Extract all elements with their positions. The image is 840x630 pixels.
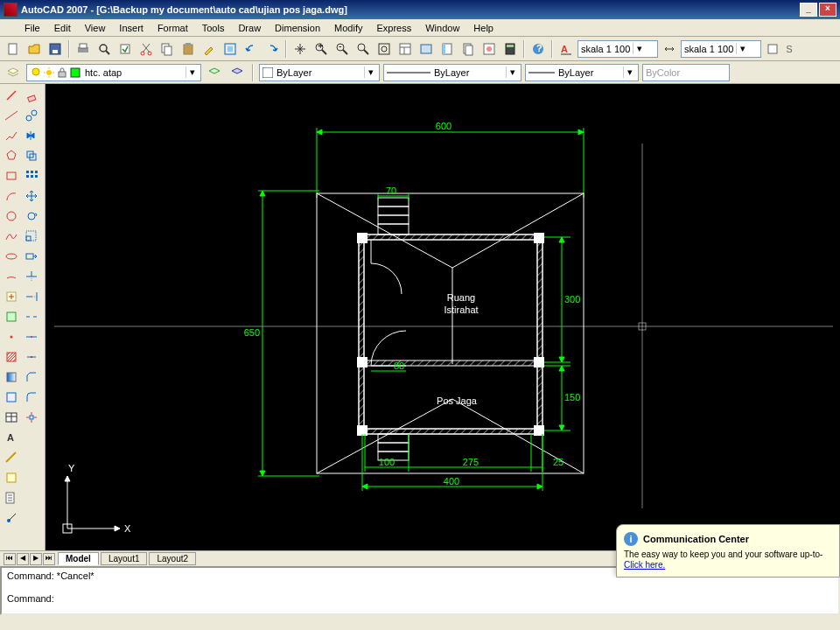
trim-tool[interactable] <box>22 267 41 286</box>
point-tool[interactable] <box>2 327 21 346</box>
mirror-tool[interactable] <box>22 126 41 145</box>
zoom-window-button[interactable]: - <box>332 39 352 59</box>
menu-draw[interactable]: Draw <box>231 21 268 35</box>
menu-edit[interactable]: Edit <box>47 21 78 35</box>
dimstyle2-icon[interactable] <box>660 39 679 59</box>
menu-window[interactable]: Window <box>418 21 466 35</box>
tab-first-button[interactable]: ⏮ <box>4 553 16 565</box>
xline-tool[interactable] <box>2 106 21 125</box>
menu-modify[interactable]: Modify <box>327 21 369 35</box>
make-block-tool[interactable] <box>2 307 21 326</box>
tab-layout2[interactable]: Layout2 <box>149 552 196 565</box>
tab-model[interactable]: Model <box>58 552 99 565</box>
pline-tool[interactable] <box>2 126 21 145</box>
region-tool[interactable] <box>2 388 21 407</box>
menu-file[interactable]: File <box>18 21 47 35</box>
mdi-icon[interactable] <box>2 22 14 34</box>
list-tool[interactable] <box>2 488 21 508</box>
tab-next-button[interactable]: ▶ <box>30 553 42 565</box>
rect-tool[interactable] <box>2 166 21 186</box>
toolpalette-button[interactable] <box>438 39 457 59</box>
break-tool[interactable] <box>22 307 41 326</box>
dc-button[interactable] <box>416 39 436 59</box>
comm-link[interactable]: Click here. <box>624 560 665 570</box>
menu-express[interactable]: Express <box>369 21 418 35</box>
pan-button[interactable] <box>290 39 310 59</box>
tab-prev-button[interactable]: ◀ <box>17 553 29 565</box>
stretch-tool[interactable] <box>22 247 41 266</box>
insert-block-tool[interactable] <box>2 287 21 306</box>
tab-layout1[interactable]: Layout1 <box>101 552 148 565</box>
new-button[interactable] <box>4 39 23 59</box>
paste-button[interactable] <box>178 39 198 59</box>
linetype-combo[interactable]: ByLayer ▾ <box>383 64 522 81</box>
dist-tool[interactable] <box>2 448 21 467</box>
properties-button[interactable] <box>396 39 415 59</box>
rotate-tool[interactable] <box>22 206 41 226</box>
toolbar-overflow[interactable]: S <box>784 44 794 54</box>
copy-button[interactable] <box>158 39 177 59</box>
dimstyle-icon[interactable]: A <box>556 39 576 59</box>
redo-button[interactable] <box>262 39 282 59</box>
dimscale2-combo[interactable]: skala 1 100▾ <box>681 40 761 58</box>
ellipse-arc-tool[interactable] <box>2 267 21 286</box>
layer-manager-button[interactable] <box>4 63 23 82</box>
print-button[interactable] <box>74 39 93 59</box>
scale-tool[interactable] <box>22 227 41 246</box>
break-at-tool[interactable] <box>22 327 41 346</box>
lineweight-combo[interactable]: ByLayer ▾ <box>525 64 639 81</box>
array-tool[interactable] <box>22 166 41 186</box>
menu-tools[interactable]: Tools <box>195 21 232 35</box>
gradient-tool[interactable] <box>2 368 21 387</box>
erase-tool[interactable] <box>22 86 41 105</box>
menu-dimension[interactable]: Dimension <box>268 21 327 35</box>
markup-button[interactable] <box>480 39 499 59</box>
help-button[interactable]: ? <box>528 39 548 59</box>
spline-tool[interactable] <box>2 227 21 246</box>
block-editor-button[interactable] <box>220 39 240 59</box>
area-tool[interactable] <box>2 468 21 487</box>
circle-tool[interactable] <box>2 206 21 226</box>
fillet-tool[interactable] <box>22 388 41 407</box>
save-button[interactable] <box>46 39 65 59</box>
layer-previous-button[interactable] <box>205 63 224 82</box>
hatch-tool[interactable] <box>2 347 21 367</box>
preview-button[interactable] <box>94 39 114 59</box>
layer-combo[interactable]: htc. atap ▾ <box>26 64 201 81</box>
calc-button[interactable] <box>500 39 520 59</box>
undo-button[interactable] <box>242 39 261 59</box>
id-tool[interactable] <box>2 508 21 528</box>
join-tool[interactable] <box>22 347 41 367</box>
dimscale1-combo[interactable]: skala 1 100▾ <box>578 40 658 58</box>
menu-view[interactable]: View <box>78 21 113 35</box>
menu-help[interactable]: Help <box>466 21 500 35</box>
matchprop-button[interactable] <box>200 39 219 59</box>
line-tool[interactable] <box>2 86 21 105</box>
explode-tool[interactable] <box>22 408 41 427</box>
drawing-canvas[interactable]: 600 <box>46 84 840 550</box>
ellipse-tool[interactable] <box>2 247 21 266</box>
extend-tool[interactable] <box>22 287 41 306</box>
copy-tool[interactable] <box>22 106 41 125</box>
zoom-realtime-button[interactable]: + <box>312 39 331 59</box>
table-tool[interactable] <box>2 408 21 427</box>
mtext-tool[interactable]: A <box>2 428 21 447</box>
menu-format[interactable]: Format <box>150 21 195 35</box>
dim-override-button[interactable] <box>763 39 782 59</box>
close-button[interactable]: × <box>819 3 836 17</box>
zoom-extents-button[interactable] <box>374 39 394 59</box>
chamfer-tool[interactable] <box>22 368 41 387</box>
publish-button[interactable] <box>116 39 135 59</box>
offset-tool[interactable] <box>22 146 41 165</box>
plotstyle-combo[interactable]: ByColor <box>642 64 730 81</box>
cut-button[interactable] <box>136 39 156 59</box>
arc-tool[interactable] <box>2 186 21 206</box>
color-combo[interactable]: ByLayer ▾ <box>259 64 380 81</box>
sheetset-button[interactable] <box>458 39 478 59</box>
zoom-previous-button[interactable] <box>354 39 373 59</box>
move-tool[interactable] <box>22 186 41 206</box>
polygon-tool[interactable] <box>2 146 21 165</box>
layer-states-button[interactable] <box>228 63 247 82</box>
menu-insert[interactable]: Insert <box>112 21 150 35</box>
tab-last-button[interactable]: ⏭ <box>43 553 55 565</box>
